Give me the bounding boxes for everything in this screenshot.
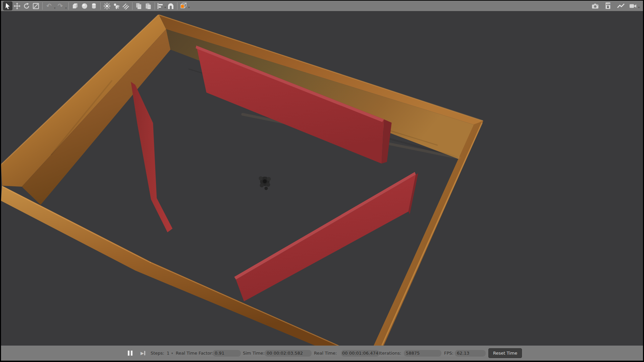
fps-field: 62.13 xyxy=(455,346,486,361)
insert-box-tool[interactable] xyxy=(70,1,80,10)
red-wall-front-bevel[interactable] xyxy=(234,172,416,280)
fps-label: FPS: xyxy=(444,346,453,361)
toolbar-separator xyxy=(132,2,132,10)
directional-light-tool[interactable] xyxy=(121,1,130,10)
snap-tool[interactable] xyxy=(166,1,175,10)
plot-button[interactable] xyxy=(616,1,626,10)
redo-button[interactable]: ↷ xyxy=(56,1,65,10)
main-toolbar: ↶ ▾ ↷ ▾ xyxy=(1,1,643,11)
toolbar-separator xyxy=(68,2,69,10)
red-walls xyxy=(131,46,418,301)
view-angle-tool[interactable]: ▾ xyxy=(179,1,190,10)
select-tool[interactable] xyxy=(3,1,12,10)
red-wall-front-face[interactable] xyxy=(236,175,416,301)
video-camera-icon xyxy=(629,2,638,10)
paste-button[interactable] xyxy=(144,1,153,10)
scene-canvas[interactable] xyxy=(1,11,643,346)
step-button[interactable]: ▶ xyxy=(141,346,145,361)
camera-icon xyxy=(591,2,599,10)
gazebo-window: ↶ ▾ ↷ ▾ xyxy=(0,0,644,362)
redo-icon: ↷ xyxy=(58,3,63,9)
scale-tool[interactable] xyxy=(31,1,41,10)
screenshot-button[interactable] xyxy=(591,1,600,10)
align-icon xyxy=(157,2,164,10)
video-dropdown-caret[interactable]: ▾ xyxy=(638,6,640,10)
edge-highlight-front-left-a xyxy=(2,187,150,262)
robot[interactable] xyxy=(260,183,264,187)
cylinder-icon xyxy=(90,2,98,10)
edge-highlight-front-right xyxy=(382,123,482,345)
toolbar-separator xyxy=(42,2,43,10)
toolbar-separator xyxy=(155,2,155,10)
step-forward-icon: ▶ xyxy=(141,351,144,356)
rotate-arrows-icon xyxy=(23,2,30,10)
log-record-button[interactable]: LOG xyxy=(603,1,613,10)
steps-label: Steps: xyxy=(151,346,164,361)
align-tool[interactable]: ▾ xyxy=(157,1,166,10)
robot[interactable] xyxy=(266,183,270,187)
insert-sphere-tool[interactable] xyxy=(80,1,89,10)
robot[interactable] xyxy=(263,179,267,183)
robot xyxy=(259,176,271,190)
box-icon xyxy=(71,2,79,10)
view-angle-dropdown-caret[interactable]: ▾ xyxy=(188,6,190,10)
sim-time-field: 00 00:02:03.582 xyxy=(265,346,312,361)
directional-light-icon xyxy=(122,2,129,10)
undo-icon: ↶ xyxy=(46,3,52,9)
robot[interactable] xyxy=(259,176,263,180)
pause-icon xyxy=(128,351,129,356)
real-time-label: Real Time: xyxy=(314,346,337,361)
point-light-icon xyxy=(103,2,111,10)
move-arrows-icon xyxy=(13,2,21,10)
view-cube-icon xyxy=(179,2,188,10)
pause-icon xyxy=(131,351,132,356)
paste-icon xyxy=(145,2,152,10)
pause-button[interactable] xyxy=(128,346,132,361)
log-file-icon: LOG xyxy=(604,2,612,10)
red-wall-left[interactable] xyxy=(131,82,172,232)
scale-box-icon xyxy=(32,2,40,10)
toolbar-separator xyxy=(177,2,177,10)
copy-button[interactable] xyxy=(134,1,144,10)
robot[interactable] xyxy=(267,177,271,181)
render-viewport[interactable] xyxy=(1,11,643,346)
insert-cylinder-tool[interactable] xyxy=(89,1,99,10)
real-time-factor-label: Real Time Factor: xyxy=(176,346,213,361)
copy-icon xyxy=(135,2,143,10)
translate-tool[interactable] xyxy=(12,1,22,10)
rotate-tool[interactable] xyxy=(22,1,31,10)
real-time-field: 00 00:01:06.474 xyxy=(341,346,379,361)
reset-time-container: Reset Time xyxy=(488,346,522,361)
arena-wall-front-right[interactable] xyxy=(374,121,483,346)
toolbar-separator xyxy=(100,2,101,10)
sphere-icon xyxy=(81,2,88,10)
reset-time-button[interactable]: Reset Time xyxy=(488,348,522,358)
toolbar-right-cluster: LOG ▾ xyxy=(591,1,640,11)
magnet-icon xyxy=(167,2,175,10)
spot-light-tool[interactable] xyxy=(112,1,121,10)
point-light-tool[interactable] xyxy=(102,1,112,10)
step-forward-icon xyxy=(144,351,145,355)
robot[interactable] xyxy=(264,187,268,190)
simulation-statusbar: ▶ Steps: 1 ▾ Real Time Factor: 0.91 Sim … xyxy=(1,346,643,361)
undo-button[interactable]: ↶ xyxy=(44,1,54,10)
spot-light-icon xyxy=(113,2,120,10)
steps-value[interactable]: 1 xyxy=(167,346,169,361)
sim-time-label: Sim Time: xyxy=(243,346,265,361)
iterations-label: Iterations: xyxy=(379,346,401,361)
line-chart-icon xyxy=(617,2,625,10)
video-record-button[interactable]: ▾ xyxy=(629,1,640,10)
redo-history-caret[interactable]: ▾ xyxy=(65,7,67,11)
log-icon-label: LOG xyxy=(606,3,610,5)
undo-history-caret[interactable]: ▾ xyxy=(54,7,56,11)
iterations-field: 58875 xyxy=(404,346,441,361)
cursor-arrow-icon xyxy=(4,2,11,10)
steps-dropdown-caret[interactable]: ▾ xyxy=(171,346,173,361)
real-time-factor-field: 0.91 xyxy=(213,346,241,361)
